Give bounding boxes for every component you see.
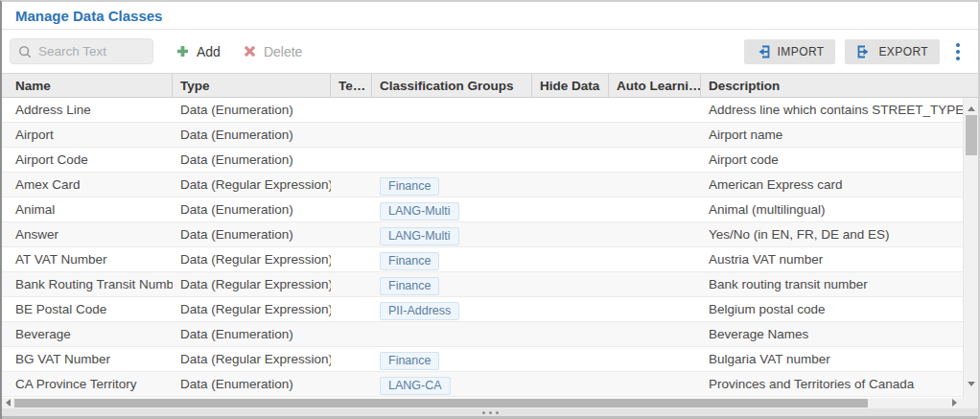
import-button[interactable]: IMPORT [744, 39, 836, 64]
cell-hide-data [532, 148, 609, 172]
table-row[interactable]: CA Province TerritoryData (Enumeration)L… [2, 372, 978, 397]
cell-auto-learning [609, 198, 701, 221]
toolbar: Add Delete IMPORT EXPORT [2, 30, 978, 73]
cell-auto-learning [609, 148, 701, 172]
scroll-left-icon[interactable] [6, 399, 11, 407]
cell-name: Bank Routing Transit Number [2, 272, 173, 296]
cell-auto-learning [609, 123, 701, 147]
cell-name: BG VAT Number [2, 347, 173, 371]
cell-groups: PII-Address [372, 297, 532, 321]
column-header-hide-data[interactable]: Hide Data [532, 74, 609, 97]
cell-groups [372, 322, 532, 346]
export-icon [856, 44, 872, 59]
column-header-classification-groups[interactable]: Classification Groups [372, 74, 532, 97]
table-row[interactable]: AT VAT NumberData (Regular Expression)Fi… [2, 247, 978, 272]
horizontal-scrollbar[interactable] [2, 398, 978, 408]
add-button[interactable]: Add [176, 44, 221, 59]
vertical-scrollbar-thumb[interactable] [966, 115, 977, 155]
cell-test [331, 148, 372, 172]
cell-hide-data [532, 98, 609, 122]
classification-group-badge: Finance [380, 352, 439, 370]
table-row[interactable]: AnimalData (Enumeration)LANG-MultiAnimal… [2, 198, 978, 222]
grid-body: Address LineData (Enumeration)Address li… [2, 98, 978, 398]
cell-name: Animal [2, 198, 173, 221]
cell-description: American Express card [701, 173, 978, 197]
search-input[interactable] [38, 44, 139, 58]
scroll-right-icon[interactable] [952, 399, 957, 407]
cell-hide-data [532, 372, 609, 396]
add-icon [176, 45, 189, 58]
table-row[interactable]: Bank Routing Transit NumberData (Regular… [2, 272, 978, 297]
import-icon [756, 44, 771, 59]
cell-type: Data (Enumeration) [173, 322, 331, 346]
cell-groups: Finance [372, 247, 532, 271]
cell-description: Belgium postal code [701, 297, 978, 321]
cell-name: Airport Code [2, 148, 173, 172]
column-header-auto-learning[interactable]: Auto Learni… [609, 74, 701, 97]
cell-groups: LANG-Multi [372, 222, 532, 246]
cell-description: Bank routing transit number [701, 272, 978, 296]
horizontal-scrollbar-thumb[interactable] [14, 399, 868, 407]
more-options-menu-icon[interactable] [949, 43, 967, 60]
cell-hide-data [532, 347, 609, 371]
cell-description: Airport name [701, 123, 978, 147]
delete-button[interactable]: Delete [244, 44, 302, 59]
cell-auto-learning [609, 272, 701, 296]
cell-name: CA Province Territory [2, 372, 173, 396]
table-row[interactable]: Airport CodeData (Enumeration)Airport co… [2, 148, 978, 173]
cell-name: Beverage [2, 322, 173, 346]
add-button-label: Add [197, 44, 221, 59]
cell-description: Beverage Names [701, 322, 978, 346]
cell-test [331, 123, 372, 147]
cell-auto-learning [609, 347, 701, 371]
table-row[interactable]: AirportData (Enumeration)Airport name [2, 123, 978, 148]
cell-description: Yes/No (in EN, FR, DE and ES) [701, 222, 978, 246]
cell-description: Address line which contains STREET_TYPE … [701, 98, 978, 122]
cell-test [331, 173, 372, 197]
cell-groups [372, 123, 532, 147]
scroll-down-icon[interactable] [968, 382, 975, 386]
cell-test [331, 98, 372, 122]
import-button-label: IMPORT [778, 45, 825, 58]
table-row[interactable]: BG VAT NumberData (Regular Expression)Fi… [2, 347, 978, 372]
column-header-name[interactable]: Name [2, 74, 173, 97]
cell-auto-learning [609, 247, 701, 271]
export-button[interactable]: EXPORT [845, 39, 940, 64]
cell-type: Data (Enumeration) [173, 98, 331, 122]
cell-name: Amex Card [2, 173, 173, 197]
cell-description: Animal (multilingual) [701, 198, 978, 221]
vertical-scrollbar[interactable] [963, 98, 978, 398]
grid-rows: Address LineData (Enumeration)Address li… [2, 98, 978, 397]
panel-resize-handle[interactable] [2, 408, 978, 419]
page-title: Manage Data Classes [15, 8, 162, 24]
table-row[interactable]: BeverageData (Enumeration)Beverage Names [2, 322, 978, 347]
classification-group-badge: PII-Address [380, 302, 459, 320]
search-icon [18, 45, 32, 58]
column-header-description[interactable]: Description [701, 74, 978, 97]
cell-description: Bulgaria VAT number [701, 347, 978, 371]
cell-test [331, 297, 372, 321]
cell-type: Data (Regular Expression) [173, 272, 331, 296]
column-header-type[interactable]: Type [173, 74, 331, 97]
cell-type: Data (Enumeration) [173, 198, 331, 221]
cell-auto-learning [609, 372, 701, 396]
table-row[interactable]: Address LineData (Enumeration)Address li… [2, 98, 978, 123]
column-header-test[interactable]: Te… [331, 74, 372, 97]
search-box[interactable] [10, 38, 153, 64]
cell-groups: Finance [372, 272, 532, 296]
cell-auto-learning [609, 297, 701, 321]
cell-test [331, 272, 372, 296]
cell-auto-learning [609, 98, 701, 122]
cell-hide-data [532, 272, 609, 296]
scroll-up-icon[interactable] [968, 106, 975, 111]
table-row[interactable]: AnswerData (Enumeration)LANG-MultiYes/No… [2, 222, 978, 247]
cell-test [331, 347, 372, 371]
cell-groups [372, 148, 532, 172]
cell-type: Data (Enumeration) [173, 148, 331, 172]
cell-test [331, 247, 372, 271]
cell-auto-learning [609, 222, 701, 246]
cell-auto-learning [609, 173, 701, 197]
table-row[interactable]: Amex CardData (Regular Expression)Financ… [2, 173, 978, 198]
table-row[interactable]: BE Postal CodeData (Regular Expression)P… [2, 297, 978, 322]
cell-description: Airport code [701, 148, 978, 172]
